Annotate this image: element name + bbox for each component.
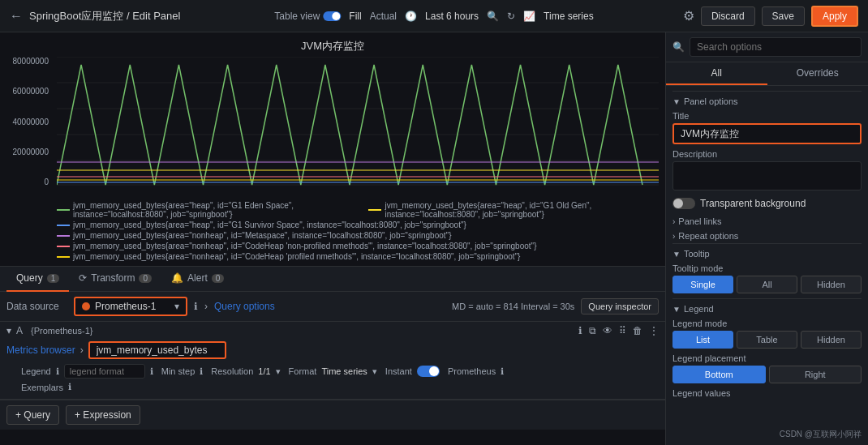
tooltip-single-btn[interactable]: Single xyxy=(672,276,733,293)
collapse-icon[interactable]: ▾ xyxy=(6,325,11,336)
save-button[interactable]: Save xyxy=(762,6,805,26)
discard-button[interactable]: Discard xyxy=(701,6,755,26)
legend-placement-group: Bottom Right xyxy=(672,366,862,383)
tooltip-section-header[interactable]: ▼ Tooltip xyxy=(672,243,862,259)
table-view-dot[interactable] xyxy=(323,11,341,21)
resolution-arrow-icon[interactable]: ▾ xyxy=(276,366,281,377)
panel-links-label: Panel links xyxy=(678,216,721,226)
fill-btn[interactable]: Fill xyxy=(349,11,361,22)
panel-options-header[interactable]: ▼ Panel options xyxy=(672,91,862,106)
disable-icon[interactable]: 👁 xyxy=(603,325,612,336)
header-center: Table view Fill Actual 🕐 Last 6 hours 🔍 … xyxy=(274,11,593,22)
metrics-input[interactable] xyxy=(88,341,226,359)
header-right: ⚙ Discard Save Apply xyxy=(683,6,858,27)
legend-right-btn[interactable]: Right xyxy=(769,366,862,383)
time-series-btn[interactable]: Time series xyxy=(544,11,594,22)
table-view-label: Table view xyxy=(274,11,320,22)
query-inspector-button[interactable]: Query inspector xyxy=(581,298,659,314)
info-icon[interactable]: ℹ xyxy=(578,325,582,336)
title-input[interactable] xyxy=(672,123,862,144)
y-label-60m: 60000000 xyxy=(13,87,49,96)
resolution-value: 1/1 xyxy=(258,366,270,376)
tab-transform[interactable]: ⟳ Transform 0 xyxy=(69,266,161,292)
chevron-right-icon: › xyxy=(204,301,208,312)
delete-icon[interactable]: 🗑 xyxy=(633,325,642,336)
md-info: MD = auto = 814 Interval = 30s xyxy=(452,302,574,311)
list-item: jvm_memory_used_bytes{area="heap", id="G… xyxy=(57,220,659,229)
chart-title: JVM内存监控 xyxy=(0,39,665,53)
tab-all[interactable]: All xyxy=(666,62,767,85)
tab-overrides[interactable]: Overrides xyxy=(767,62,869,85)
list-item: jvm_memory_used_bytes{area="nonheap", id… xyxy=(57,252,659,261)
y-label-20m: 20000000 xyxy=(13,148,49,156)
prometheus-icon xyxy=(82,302,90,310)
tooltip-hidden-btn[interactable]: Hidden xyxy=(801,276,862,293)
search-input[interactable] xyxy=(690,37,862,57)
actual-btn[interactable]: Actual xyxy=(370,11,397,22)
query-count-badge: 1 xyxy=(47,274,60,283)
tooltip-mode-group: Single All Hidden xyxy=(672,276,862,293)
metrics-browser-label[interactable]: Metrics browser xyxy=(6,344,75,356)
apply-button[interactable]: Apply xyxy=(811,6,858,27)
arrow-right-icon: › xyxy=(80,344,84,356)
gear-icon[interactable]: ⚙ xyxy=(683,8,694,24)
chart-svg: 13:15 13:30 13:45 14:00 14:15 14:30 14:4… xyxy=(57,57,659,186)
legend-values-label: Legend values xyxy=(672,388,862,398)
legend-bottom-btn[interactable]: Bottom xyxy=(672,366,766,383)
transparent-bg-toggle[interactable] xyxy=(672,198,695,209)
tab-query[interactable]: Query 1 xyxy=(6,266,69,292)
query-options-link[interactable]: Query options xyxy=(214,301,275,312)
legend-format-input[interactable] xyxy=(64,364,145,379)
legend-color-pink xyxy=(57,246,70,247)
table-view-toggle[interactable]: Table view xyxy=(274,11,341,22)
tooltip-all-btn[interactable]: All xyxy=(737,276,797,293)
zoom-out-icon[interactable]: 🔍 xyxy=(487,11,499,22)
legend-placement-label: Legend placement xyxy=(672,353,862,363)
dropdown-arrow-icon: ▾ xyxy=(174,301,179,312)
back-icon[interactable]: ← xyxy=(10,9,23,24)
prometheus-item: Prometheus ℹ xyxy=(448,366,504,377)
chart-container: 80000000 60000000 40000000 20000000 0 xyxy=(0,57,665,195)
exemplars-label: Exemplars xyxy=(21,383,63,392)
legend-text-4: jvm_memory_used_bytes{area="nonheap", id… xyxy=(73,242,536,250)
prometheus-label: Prometheus xyxy=(448,366,496,376)
header: ← SpringBoot应用监控 / Edit Panel Table view… xyxy=(0,0,868,32)
clock-icon: 🕐 xyxy=(405,11,417,22)
add-expression-button[interactable]: + Expression xyxy=(66,405,140,425)
right-panel: 🔍 All Overrides ▼ Panel options Title De… xyxy=(665,32,868,445)
copy-icon[interactable]: ⧉ xyxy=(589,325,596,336)
legend-list-btn[interactable]: List xyxy=(672,331,733,349)
refresh-icon[interactable]: ↻ xyxy=(507,11,515,22)
repeat-options-label: Repeat options xyxy=(678,231,738,241)
metrics-row: Metrics browser › xyxy=(6,340,659,361)
legend-hidden-btn[interactable]: Hidden xyxy=(801,331,862,349)
tab-alert[interactable]: 🔔 Alert 0 xyxy=(161,266,234,292)
transparent-bg-row: Transparent background xyxy=(672,198,862,209)
move-icon[interactable]: ⠿ xyxy=(619,325,626,336)
options-icon[interactable]: ⋮ xyxy=(649,325,659,336)
legend-text-5: jvm_memory_used_bytes{area="nonheap", id… xyxy=(73,252,520,261)
panel-links-row[interactable]: › Panel links xyxy=(672,214,862,229)
repeat-options-row[interactable]: › Repeat options xyxy=(672,229,862,243)
y-label-80m: 80000000 xyxy=(13,57,49,66)
legend-section-header[interactable]: ▼ Legend xyxy=(672,298,862,314)
instant-label: Instant xyxy=(385,366,412,376)
main: JVM内存监控 80000000 60000000 40000000 20000… xyxy=(0,32,868,445)
info-circle-icon: ℹ xyxy=(194,301,198,312)
transform-count-badge: 0 xyxy=(139,274,152,283)
repeat-options-chevron-icon: › xyxy=(672,232,675,241)
datasource-select[interactable]: Prometheus-1 ▾ xyxy=(74,297,187,316)
description-textarea[interactable] xyxy=(672,161,862,190)
list-item: jvm_memory_used_bytes{area="nonheap", id… xyxy=(57,242,659,250)
tab-query-label: Query xyxy=(16,272,43,284)
legend-table-btn[interactable]: Table xyxy=(737,331,797,349)
legend-option-label: Legend xyxy=(21,366,51,376)
format-arrow-icon[interactable]: ▾ xyxy=(372,366,377,377)
legend-text-2: jvm_memory_used_bytes{area="heap", id="G… xyxy=(73,220,466,229)
panel-options-label: Panel options xyxy=(684,96,738,106)
add-query-button[interactable]: + Query xyxy=(6,405,59,425)
min-step-label: Min step xyxy=(161,366,196,376)
time-range-btn[interactable]: Last 6 hours xyxy=(425,11,479,22)
row-label-a: A xyxy=(16,325,26,336)
instant-toggle[interactable] xyxy=(417,366,440,377)
